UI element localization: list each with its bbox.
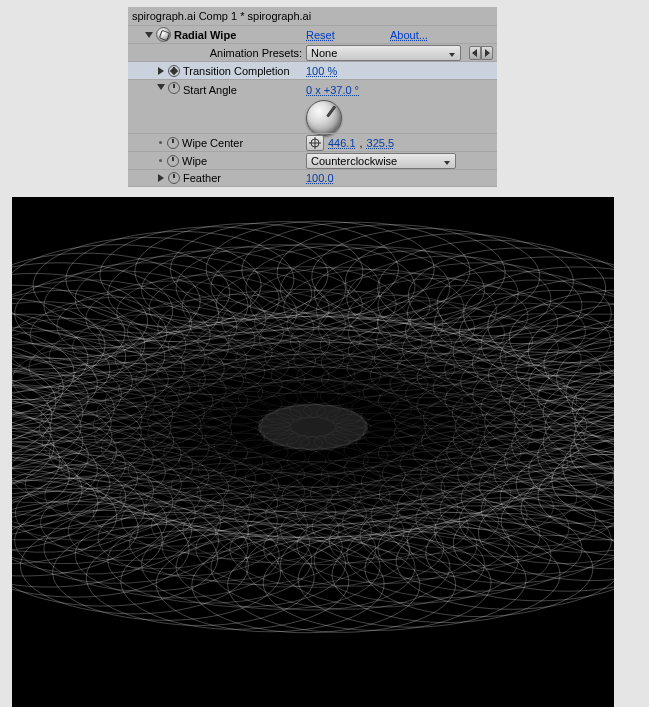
- animation-presets-value: None: [311, 45, 337, 61]
- svg-point-373: [316, 221, 603, 342]
- preset-prev-button[interactable]: [469, 46, 481, 60]
- svg-point-91: [134, 450, 270, 507]
- collapse-triangle-icon[interactable]: [156, 82, 166, 92]
- svg-point-162: [401, 456, 598, 539]
- svg-point-96: [79, 396, 215, 453]
- svg-point-300: [49, 245, 306, 353]
- fx-badge-icon[interactable]: [156, 27, 171, 42]
- start-angle-dial[interactable]: [306, 100, 342, 136]
- svg-point-295: [12, 291, 171, 399]
- svg-point-201: [440, 341, 614, 424]
- svg-point-109: [356, 347, 492, 404]
- animation-presets-row: Animation Presets: None: [128, 43, 497, 61]
- svg-point-58: [187, 447, 293, 491]
- svg-point-270: [320, 501, 577, 609]
- dropdown-arrow-icon: [442, 156, 452, 166]
- svg-point-226: [12, 455, 196, 550]
- bullet-icon: [159, 141, 162, 144]
- animation-presets-dropdown[interactable]: None: [306, 45, 461, 61]
- svg-point-266: [433, 467, 614, 575]
- wipe-center-y[interactable]: 325.5: [367, 135, 395, 151]
- wipe-center-label: Wipe Center: [182, 135, 243, 151]
- reset-link[interactable]: Reset: [306, 27, 386, 43]
- transition-completion-value[interactable]: 100 %: [306, 63, 337, 79]
- wipe-center-x[interactable]: 446.1: [328, 135, 356, 151]
- svg-point-103: [194, 332, 330, 389]
- svg-point-265: [455, 455, 614, 563]
- start-angle-label: Start Angle: [183, 82, 237, 98]
- svg-point-247: [260, 259, 487, 354]
- svg-point-80: [399, 425, 535, 482]
- panel-title: spirograph.ai Comp 1 * spirograph.ai: [132, 8, 311, 24]
- stopwatch-icon[interactable]: [168, 172, 180, 184]
- svg-point-262: [502, 416, 614, 524]
- svg-point-327: [449, 472, 614, 593]
- wipe-row: Wipe Counterclockwise: [128, 151, 497, 169]
- wipe-dropdown[interactable]: Counterclockwise: [306, 153, 456, 169]
- svg-point-98: [91, 372, 227, 429]
- stopwatch-icon[interactable]: [167, 155, 179, 167]
- svg-point-177: [12, 431, 186, 514]
- effect-controls-panel: spirograph.ai Comp 1 * spirograph.ai Rad…: [128, 7, 497, 187]
- wipe-label: Wipe: [182, 153, 207, 169]
- effect-header-row: Radial Wipe Reset About...: [128, 25, 497, 43]
- preset-next-button[interactable]: [481, 46, 493, 60]
- start-angle-value[interactable]: 0 x +37.0 °: [306, 82, 359, 98]
- svg-point-364: [12, 225, 291, 346]
- svg-point-73: [333, 363, 439, 407]
- svg-point-253: [430, 304, 614, 399]
- transition-completion-label: Transition Completion: [183, 63, 290, 79]
- stopwatch-icon[interactable]: [168, 82, 180, 94]
- preset-nav: [469, 46, 493, 60]
- effect-name[interactable]: Radial Wipe: [174, 27, 236, 43]
- svg-point-139: [56, 344, 222, 414]
- expand-triangle-icon[interactable]: [156, 66, 166, 76]
- feather-value[interactable]: 100.0: [306, 170, 334, 186]
- svg-point-306: [254, 236, 511, 344]
- svg-point-254: [449, 316, 614, 411]
- svg-point-62: [137, 410, 243, 454]
- svg-point-343: [12, 489, 219, 610]
- svg-point-365: [36, 219, 323, 340]
- svg-point-186: [29, 315, 226, 398]
- svg-point-85: [296, 465, 432, 522]
- svg-point-47: [383, 399, 489, 443]
- svg-point-363: [12, 232, 259, 353]
- svg-point-376: [407, 244, 614, 365]
- svg-point-200: [424, 329, 614, 412]
- collapse-triangle-icon[interactable]: [144, 30, 154, 40]
- svg-point-50: [367, 431, 473, 475]
- svg-point-171: [131, 485, 328, 568]
- svg-point-102: [167, 337, 303, 394]
- svg-point-145: [211, 305, 377, 375]
- panel-title-row: spirograph.ai Comp 1 * spirograph.ai: [128, 7, 497, 25]
- svg-point-309: [351, 252, 608, 360]
- svg-point-65: [153, 379, 259, 423]
- about-link[interactable]: About...: [390, 27, 428, 43]
- svg-point-78: [411, 401, 547, 458]
- spirograph-render: [12, 197, 614, 707]
- svg-point-227: [12, 443, 177, 538]
- svg-point-320: [545, 377, 614, 498]
- stopwatch-keyframe-icon[interactable]: [168, 65, 180, 77]
- transition-completion-row[interactable]: Transition Completion 100 %: [128, 61, 497, 79]
- svg-point-182: [12, 364, 167, 447]
- svg-point-296: [12, 279, 193, 387]
- feather-row: Feather 100.0: [128, 169, 497, 187]
- expand-triangle-icon[interactable]: [156, 173, 166, 183]
- svg-point-220: [139, 499, 366, 594]
- start-angle-row: Start Angle 0 x +37.0 °: [128, 79, 497, 133]
- point-target-button[interactable]: [306, 135, 324, 151]
- svg-point-344: [12, 479, 192, 600]
- svg-point-353: [12, 356, 81, 477]
- svg-point-124: [248, 479, 414, 549]
- svg-point-341: [12, 506, 278, 627]
- svg-point-279: [17, 495, 274, 603]
- svg-point-360: [12, 261, 177, 382]
- svg-point-374: [348, 228, 614, 349]
- composition-preview: [12, 197, 614, 707]
- svg-point-79: [407, 413, 543, 470]
- svg-point-70: [260, 353, 366, 397]
- stopwatch-icon[interactable]: [167, 137, 179, 149]
- svg-point-195: [298, 287, 495, 370]
